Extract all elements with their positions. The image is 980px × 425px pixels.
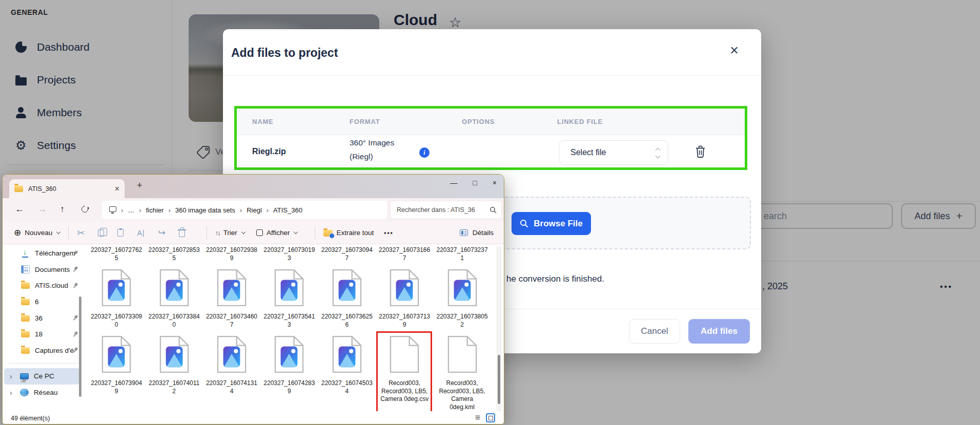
explorer-search-input[interactable]: Rechercher dans : ATIS_36 — [390, 201, 502, 219]
back-button[interactable]: ← — [15, 204, 24, 215]
list-view-icon[interactable]: ≡ — [475, 413, 480, 423]
nav-item[interactable]: 36 — [3, 310, 86, 326]
file-label: 220327_16073460 7 — [206, 313, 257, 329]
explorer-titlebar[interactable]: ATIS_360 × + — □ × — [3, 175, 504, 198]
explorer-nav-pane: Téléchargem Documents ATIS.cloud — [3, 245, 86, 400]
browse-file-button[interactable]: Browse File — [512, 212, 591, 235]
file-format-line1: 360° Images — [350, 136, 394, 150]
file-label: 220327_16073805 2 — [436, 313, 487, 329]
toolbar-more-button[interactable]: ••• — [384, 229, 394, 237]
breadcrumb-item[interactable]: Riegl — [247, 206, 273, 214]
delete-icon[interactable] — [179, 230, 185, 237]
file-item[interactable]: 220327_16073019 3 — [260, 246, 318, 262]
breadcrumb-item[interactable]: ATIS_360 — [273, 206, 302, 214]
linked-file-select[interactable]: Select file — [559, 140, 668, 165]
file-grid-row: 220327_16073309 0 — [88, 269, 491, 329]
nav-item-icon — [21, 299, 30, 305]
chevron-right-icon[interactable]: › — [10, 372, 15, 380]
nav-item[interactable]: Captures d'é — [3, 343, 86, 359]
file-label: 220327_16073904 9 — [91, 379, 142, 395]
explorer-navbar: ← → ↑ …fichier360 image data setsRieglAT… — [3, 198, 504, 222]
paste-icon[interactable] — [117, 229, 124, 237]
view-button[interactable]: Afficher — [256, 229, 298, 237]
sort-icon — [215, 229, 220, 237]
file-name-cell: Riegl.zip — [252, 147, 286, 156]
chevron-right-icon[interactable]: › — [10, 389, 15, 397]
file-item[interactable]: 220327_16072853 5 — [145, 246, 202, 262]
file-grid-row: 220327_16072762 5 220327_16072853 5 2203… — [88, 246, 491, 262]
file-item[interactable]: Record003, Record003, LB5, Camera 0deg.c… — [376, 335, 433, 411]
file-item[interactable]: 220327_16073094 7 — [318, 246, 376, 262]
file-item[interactable]: 220327_16074283 9 — [260, 335, 318, 411]
maximize-button[interactable]: □ — [473, 179, 477, 187]
breadcrumb-root[interactable] — [109, 206, 128, 214]
nav-item[interactable]: Téléchargem — [3, 245, 86, 262]
nav-item[interactable]: ATIS.cloud — [3, 278, 86, 294]
thumbnail-view-icon[interactable] — [486, 413, 495, 422]
nav-divider — [9, 363, 81, 364]
minimize-button[interactable]: — — [450, 179, 457, 187]
details-button[interactable]: Détails — [460, 229, 494, 237]
files-table-header: LINKED FILE — [557, 118, 603, 125]
breadcrumb-item[interactable]: 360 image data sets — [175, 206, 247, 214]
explorer-tab[interactable]: ATIS_360 × — [9, 179, 125, 198]
nav-item[interactable]: › Ce PC — [4, 368, 79, 385]
files-table-header: NAME — [252, 118, 273, 125]
cut-icon[interactable] — [77, 227, 85, 239]
breadcrumb-item[interactable]: … — [128, 206, 146, 214]
pin-icon — [71, 265, 79, 273]
up-button[interactable]: ↑ — [60, 204, 65, 215]
file-icon — [447, 335, 477, 373]
new-button[interactable]: ⊕ Nouveau — [14, 227, 60, 238]
nav-item-label: ATIS.cloud — [35, 282, 68, 289]
file-item[interactable]: 220327_16072938 9 — [203, 246, 260, 262]
file-item[interactable]: 220327_16073384 0 — [145, 269, 202, 329]
breadcrumb-item[interactable]: fichier — [146, 206, 175, 214]
details-label: Détails — [473, 229, 494, 237]
file-item[interactable]: 220327_16074011 2 — [145, 335, 202, 411]
nav-item[interactable]: Documents — [3, 262, 86, 278]
explorer-statusbar: 49 élément(s) ≡ — [3, 411, 504, 424]
share-icon[interactable] — [158, 227, 165, 238]
file-item[interactable]: 220327_16073237 1 — [433, 246, 491, 262]
extract-all-button[interactable]: Extraire tout — [323, 229, 374, 237]
nav-scrollbar[interactable] — [79, 296, 81, 397]
file-item[interactable]: 220327_16073625 6 — [318, 269, 376, 329]
file-item[interactable]: 220327_16073805 2 — [433, 269, 491, 329]
file-item[interactable]: 220327_16073541 3 — [260, 269, 318, 329]
sort-button[interactable]: Trier — [215, 229, 245, 237]
pin-icon — [71, 282, 79, 290]
file-grid-scrollbar-thumb[interactable] — [498, 355, 500, 404]
trash-icon — [695, 145, 706, 158]
tab-close-icon[interactable]: × — [115, 184, 119, 194]
file-item[interactable]: Record003, Record003, LB5, Camera 0deg.k… — [433, 335, 491, 411]
modal-close-button[interactable]: × — [727, 42, 742, 58]
file-item[interactable]: 220327_16074503 4 — [318, 335, 376, 411]
item-count-label: 49 élément(s) — [11, 415, 50, 422]
forward-button[interactable]: → — [37, 204, 47, 215]
file-item[interactable]: 220327_16073309 0 — [88, 269, 145, 329]
close-button[interactable]: × — [493, 179, 497, 187]
file-item[interactable]: 220327_16074131 4 — [203, 335, 260, 411]
file-item[interactable]: 220327_16073460 7 — [203, 269, 260, 329]
delete-file-button[interactable] — [695, 145, 706, 160]
rename-icon[interactable] — [137, 229, 145, 237]
add-files-submit-button[interactable]: Add files — [688, 319, 750, 344]
file-item[interactable]: 220327_16072762 5 — [88, 246, 145, 262]
file-item[interactable]: 220327_16073713 9 — [376, 269, 433, 329]
nav-item[interactable]: › Réseau — [3, 385, 86, 401]
files-table-header: FORMAT — [350, 118, 380, 125]
file-item[interactable]: 220327_16073904 9 — [88, 335, 145, 411]
new-tab-button[interactable]: + — [137, 180, 142, 191]
toolbar-separator — [315, 226, 315, 240]
nav-item[interactable]: 18 — [3, 326, 86, 343]
file-item[interactable]: 220327_16073166 7 — [376, 246, 433, 262]
cancel-button[interactable]: Cancel — [629, 319, 680, 344]
info-icon[interactable]: i — [419, 147, 430, 158]
pin-icon — [71, 330, 79, 338]
image-file-icon — [332, 269, 362, 307]
refresh-icon[interactable] — [80, 204, 89, 214]
nav-item[interactable]: 6 — [3, 294, 86, 310]
file-label: 220327_16074503 4 — [321, 379, 373, 395]
copy-icon[interactable] — [98, 229, 104, 237]
